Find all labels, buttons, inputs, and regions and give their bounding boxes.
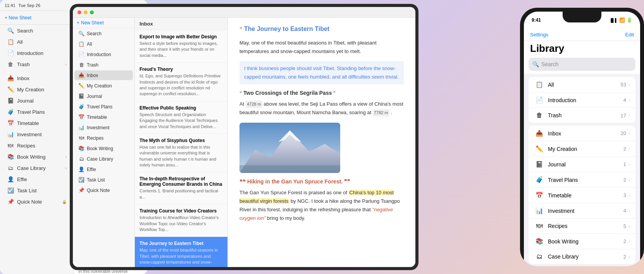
ipad-note-item-brands[interactable]: The In-depth Retrospective of Emerging C… [135, 172, 227, 204]
ipad-sidebar-effie[interactable]: 👤 Effie [74, 164, 133, 174]
article-title-icon: ❝ [239, 26, 242, 32]
iphone-count-recipes: 5 [623, 223, 626, 229]
ipad-recipes-icon: 🍽 [78, 135, 84, 141]
ipad-new-sheet-button[interactable]: + New Sheet [73, 18, 134, 28]
ipad-note-item-freud[interactable]: Freud's Theory Id, Ego, and Superego Def… [135, 63, 227, 101]
ipad-sidebar-trash[interactable]: 🗑 Trash [74, 60, 133, 70]
iphone-settings-link[interactable]: Settings [530, 32, 548, 38]
sidebar-item-book-writing[interactable]: 📚 Book Writing › [2, 151, 71, 162]
ipad-article-view: ❝ The Journey to Eastern Tibet May, one … [228, 18, 415, 267]
sidebar-item-effie[interactable]: 👤 Effie [2, 174, 71, 185]
hike-quote-right: ❞❞ [344, 178, 350, 185]
sidebar-item-timetable[interactable]: 📅 Timetable [2, 118, 71, 128]
iphone-item-investment[interactable]: 📊 Investment 4 › [529, 203, 635, 219]
sidebar-label-trash: Trash [17, 62, 30, 67]
iphone-item-journal[interactable]: 📓 Journal 1 › [529, 157, 635, 172]
sidebar-label-recipes: Recipes [17, 143, 35, 149]
ipad-sidebar-label-search: Search [87, 31, 102, 36]
traffic-green-dot[interactable] [90, 10, 94, 14]
ipad-sidebar-travel-plans[interactable]: 🧳 Travel Plans [74, 102, 133, 111]
ipad-sidebar-recipes[interactable]: 🍽 Recipes [74, 133, 133, 143]
wifi-icon: 📶 [619, 17, 625, 23]
iphone-screen: 9:41 ▐▌▌ 📶 🔋 Settings Edit Library 🔍 Sea… [524, 12, 640, 266]
ipad-note-list: Inbox Export to Image with Better Design… [135, 18, 228, 267]
iphone-device: 9:41 ▐▌▌ 📶 🔋 Settings Edit Library 🔍 Sea… [520, 8, 644, 266]
iphone-search-bar[interactable]: 🔍 Search [529, 58, 635, 71]
sidebar-item-my-creation[interactable]: ✏️ My Creation [2, 84, 71, 95]
ipad-my-creation-icon: ✏️ [78, 83, 84, 89]
sidebar-item-investment[interactable]: 📊 Investment [2, 129, 71, 140]
sidebar-item-trash[interactable]: 🗑 Trash › [2, 59, 71, 70]
iphone-label-book-writing: Book Writing [548, 238, 623, 245]
sidebar-item-introduction[interactable]: 📄 Introduction [2, 48, 71, 58]
ipad-hike-title: ❝❝ Hiking in the Gan Yun Spruce Forest. … [239, 178, 404, 185]
traffic-yellow-dot[interactable] [84, 10, 88, 14]
ipad-sidebar-task-list[interactable]: ☑️ Task List [74, 175, 133, 185]
sidebar-item-travel-plans[interactable]: 🧳 Travel Plans [2, 106, 71, 117]
sidebar-label-timetable: Timetable [17, 120, 39, 126]
altitude-2: 7782 m [373, 109, 389, 116]
ipad-sidebar-label-investment: Investment [87, 125, 110, 130]
ipad-sidebar-all[interactable]: 📋 All [74, 39, 133, 49]
sidebar-item-all[interactable]: 📋 All [2, 36, 71, 47]
iphone-item-timetable[interactable]: 📅 Timetable 3 › [529, 188, 635, 203]
mac-new-sheet-button[interactable]: + New Sheet [5, 15, 31, 21]
iphone-count-all: 53 [621, 82, 626, 87]
sidebar-item-inbox[interactable]: 📥 Inbox [2, 73, 71, 84]
ipad-note-item-tibet[interactable]: The Journey to Eastern Tibet May, one of… [135, 237, 227, 267]
iphone-item-recipes[interactable]: 🍽 Recipes 5 › [529, 219, 635, 234]
iphone-item-case-library[interactable]: 🗂 Case Library 2 › [529, 249, 635, 264]
iphone-item-my-creation[interactable]: ✏️ My Creation 2 › [529, 141, 635, 157]
ipad-hike-para: The Gan Yun Spruce Forest is praised as … [239, 188, 404, 223]
sidebar-item-recipes[interactable]: 🍽 Recipes [2, 140, 71, 151]
iphone-item-inbox[interactable]: 📥 Inbox 20 › [529, 126, 635, 141]
ipad-sidebar-label-case-library: Case Library [87, 156, 113, 162]
investment-icon: 📊 [7, 131, 14, 137]
ipad-sidebar-timetable[interactable]: 📅 Timetable [74, 112, 133, 122]
iphone-label-trash: Trash [548, 112, 621, 118]
ipad-article-subhead: ❝ Two Crossings of the Segrila Pass ❞ [239, 90, 404, 96]
ipad-note-preview-freud: Id, Ego, and Superego Definitions Primit… [139, 73, 223, 97]
iphone-item-book-writing[interactable]: 📚 Book Writing 2 › [529, 234, 635, 249]
ipad-sidebar-inbox[interactable]: 📥 Inbox [74, 70, 133, 80]
iphone-count-trash: 17 [621, 113, 626, 118]
iphone-label-travel-plans: Travel Plans [548, 177, 623, 183]
ipad-sidebar-label-inbox: Inbox [87, 73, 98, 78]
iphone-item-all[interactable]: 📋 All 53 › [529, 77, 635, 92]
ipad-sidebar-journal[interactable]: 📓 Journal [74, 91, 133, 101]
sidebar-item-search[interactable]: 🔍 Search [2, 25, 71, 36]
iphone-item-introduction[interactable]: 📄 Introduction 4 › [529, 92, 635, 108]
ipad-note-item-speaking[interactable]: Effective Public Speaking Speech Structu… [135, 101, 227, 134]
iphone-chevron-travel-plans: › [629, 177, 630, 183]
iphone-section-2: 📥 Inbox 20 › ✏️ My Creation 2 › 📓 Journa… [529, 126, 635, 264]
sidebar-item-case-library[interactable]: 🗂 Case Library › [2, 163, 71, 173]
iphone-journal-icon: 📓 [534, 161, 545, 168]
ipad-note-preview-tibet: May, one of the most beautiful seasons i… [139, 247, 223, 267]
sidebar-item-task-list[interactable]: ☑️ Task List [2, 185, 71, 196]
subhead-quote-right: ❞ [333, 91, 336, 96]
iphone-edit-button[interactable]: Edit [625, 32, 634, 38]
ipad-sidebar-investment[interactable]: 📊 Investment [74, 123, 133, 132]
ipad-note-item-sisyphus[interactable]: The Myth of Sisyphus Quotes How can one … [135, 134, 227, 173]
iphone-item-travel-plans[interactable]: 🧳 Travel Plans 2 › [529, 172, 635, 188]
ipad-inbox-icon: 📥 [78, 72, 84, 78]
traffic-red-dot[interactable] [77, 10, 81, 14]
ipad-sidebar-case-library[interactable]: 🗂 Case Library [74, 154, 133, 164]
ipad-sidebar-search[interactable]: 🔍 Search [74, 29, 133, 38]
iphone-chevron-investment: › [629, 208, 630, 214]
ipad-sidebar-label-my-creation: My Creation [87, 83, 112, 89]
iphone-section-1: 📋 All 53 › 📄 Introduction 4 › 🗑 Trash [529, 77, 635, 123]
ipad-note-item-training[interactable]: Training Course for Video Creators Intro… [135, 204, 227, 237]
sidebar-item-quick-note[interactable]: 📌 Quick Note 🔒 [2, 196, 71, 207]
ipad-sidebar-quick-note[interactable]: 📌 Quick Note [74, 185, 133, 195]
ipad-sidebar-book-writing[interactable]: 📚 Book Writing [74, 144, 133, 153]
ipad-note-item-export[interactable]: Export to Image with Better Design Selec… [135, 30, 227, 63]
ipad-sidebar-my-creation[interactable]: ✏️ My Creation [74, 81, 133, 91]
ipad-sidebar-introduction[interactable]: 📄 Introduction [74, 50, 133, 59]
ipad-note-title-sisyphus: The Myth of Sisyphus Quotes [139, 138, 223, 143]
ipad-note-preview-sisyphus: How can one fail to realize that in this… [139, 144, 223, 168]
iphone-item-trash[interactable]: 🗑 Trash 17 › [529, 108, 635, 123]
my-creation-icon: ✏️ [7, 86, 14, 92]
trash-chevron-icon: › [65, 62, 66, 67]
sidebar-item-journal[interactable]: 📓 Journal [2, 95, 71, 106]
